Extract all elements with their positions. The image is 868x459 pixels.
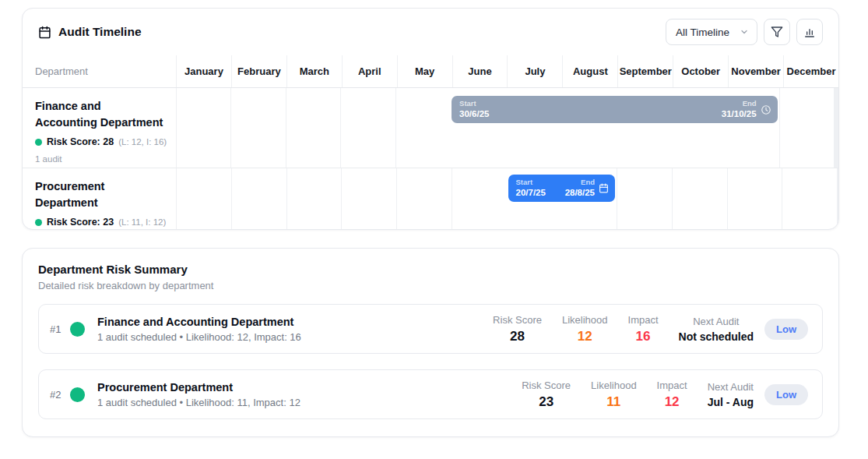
timeline-grid-cell [176, 88, 230, 168]
metric-value: 16 [636, 329, 651, 344]
metric-value: 28 [510, 329, 525, 344]
likelihood-impact-text: (L: 11, I: 12) [118, 217, 166, 227]
funnel-icon [771, 26, 783, 38]
summary-department-name: Finance and Accounting Department [97, 316, 301, 328]
timeline-header: Audit Timeline All Timeline [23, 9, 838, 55]
month-header-cell: June [452, 55, 508, 87]
summary-title: Department Risk Summary [38, 263, 823, 276]
metric-label: Impact [657, 380, 687, 391]
bar-end-date: 28/8/25 [565, 187, 595, 198]
summary-department-details: 1 audit scheduled • Likelihood: 12, Impa… [97, 331, 301, 343]
metric-value: 12 [665, 394, 680, 410]
risk-score-metric: Risk Score 28 [493, 314, 542, 344]
gantt-bar-procurement[interactable]: Start 20/7/25 End 28/8/25 [508, 175, 616, 202]
timeline-title: Audit Timeline [58, 25, 142, 39]
bar-start-date: 20/7/25 [516, 187, 546, 198]
department-column-header: Department [35, 65, 88, 77]
timeline-grid-cell [176, 168, 231, 230]
metric-value: Jul - Aug [708, 396, 754, 408]
metric-value: 12 [578, 329, 592, 344]
summary-row-procurement[interactable]: #2 Procurement Department 1 audit schedu… [38, 369, 823, 419]
timeline-filter-select[interactable]: All Timeline [666, 19, 757, 45]
summary-department-name: Procurement Department [97, 381, 300, 394]
timeline-grid-cell [340, 88, 395, 168]
timeline-grid-cell [395, 88, 450, 168]
calendar-icon [599, 183, 609, 193]
timeline-filter-value: All Timeline [676, 26, 729, 38]
month-header-cell: August [562, 55, 617, 87]
metric-label: Risk Score [493, 314, 542, 326]
summary-subtitle: Detailed risk breakdown by department [38, 280, 823, 291]
timeline-grid-cell [838, 88, 838, 168]
metric-label: Risk Score [522, 380, 571, 391]
timeline-grid-cell [779, 88, 834, 168]
month-header-cell: July [507, 55, 562, 87]
audit-count: 1 audit [35, 154, 163, 164]
bar-start-date: 30/6/25 [459, 108, 489, 119]
risk-status-dot [35, 219, 42, 226]
risk-level-badge: Low [764, 319, 808, 340]
likelihood-impact-text: (L: 12, I: 16) [118, 137, 167, 147]
bar-chart-icon [803, 26, 816, 38]
month-header-cell: November [728, 55, 783, 87]
timeline-grid-cell [286, 88, 340, 168]
calendar-icon [38, 26, 51, 39]
timeline-grid-row: Start 20/7/25 End 28/8/25 [176, 168, 838, 230]
month-header-cell: May [397, 55, 452, 87]
metric-value: 23 [539, 394, 553, 410]
audit-timeline-card: Audit Timeline All Timeline [22, 8, 839, 230]
timeline-grid-cell [341, 168, 396, 230]
timeline-grid-cell [230, 88, 285, 168]
timeline-grid-cell [452, 168, 507, 230]
timeline-grid-cell [396, 168, 452, 230]
risk-status-dot [35, 139, 42, 146]
timeline-row-finance: Finance and Accounting Department Risk S… [23, 88, 838, 168]
metric-label: Likelihood [591, 380, 637, 391]
impact-metric: Impact 12 [657, 380, 687, 410]
department-name: Procurement Department [35, 178, 163, 211]
bar-start-label: Start [516, 178, 546, 187]
summary-row-finance[interactable]: #1 Finance and Accounting Department 1 a… [38, 304, 823, 354]
department-name: Finance and Accounting Department [35, 98, 163, 131]
next-audit-metric: Next Audit Jul - Aug [708, 381, 754, 408]
timeline-grid-row: Start 30/6/25 End 31/10/25 [176, 88, 838, 168]
timeline-grid-cell [672, 168, 727, 230]
bar-end-date: 31/10/25 [722, 108, 757, 119]
chevron-down-icon [740, 27, 749, 37]
rank-label: #2 [50, 389, 69, 401]
risk-score-metric: Risk Score 23 [522, 380, 571, 410]
timeline-grid-cell [286, 168, 342, 230]
metric-label: Likelihood [562, 314, 608, 326]
metric-value: Not scheduled [679, 330, 754, 343]
likelihood-metric: Likelihood 11 [591, 380, 637, 410]
metric-label: Next Audit [693, 316, 739, 327]
timeline-grid-cell [617, 168, 672, 230]
month-header-cell: October [673, 55, 728, 87]
filter-button[interactable] [764, 19, 790, 45]
risk-score-text: Risk Score: 28 [47, 136, 114, 147]
month-header-cell: February [231, 55, 286, 87]
summary-department-details: 1 audit scheduled • Likelihood: 11, Impa… [97, 397, 300, 408]
next-audit-metric: Next Audit Not scheduled [679, 316, 754, 343]
risk-status-dot [70, 322, 85, 337]
impact-metric: Impact 16 [628, 314, 659, 344]
metric-label: Impact [628, 314, 659, 326]
bar-end-label: End [565, 178, 595, 187]
rank-label: #1 [50, 323, 69, 335]
gantt-bar-finance[interactable]: Start 30/6/25 End 31/10/25 [452, 96, 778, 123]
bar-end-label: End [722, 99, 757, 108]
month-header-row: JanuaryFebruaryMarchAprilMayJuneJulyAugu… [176, 55, 838, 87]
risk-score-text: Risk Score: 23 [47, 217, 114, 228]
timeline-grid-cell [727, 168, 782, 230]
chart-view-button[interactable] [796, 19, 823, 45]
risk-status-dot [70, 387, 85, 402]
metric-value: 11 [606, 394, 620, 410]
month-header-cell: September [617, 55, 673, 87]
risk-level-badge: Low [764, 384, 808, 405]
timeline-column-headers: Department JanuaryFebruaryMarchAprilMayJ… [23, 55, 838, 88]
timeline-grid-cell [231, 168, 286, 230]
timeline-row-procurement: Procurement Department Risk Score: 23 (L… [23, 168, 838, 230]
timeline-grid-cell [838, 168, 838, 230]
month-header-cell: January [176, 55, 231, 87]
department-risk-summary-card: Department Risk Summary Detailed risk br… [22, 248, 839, 437]
